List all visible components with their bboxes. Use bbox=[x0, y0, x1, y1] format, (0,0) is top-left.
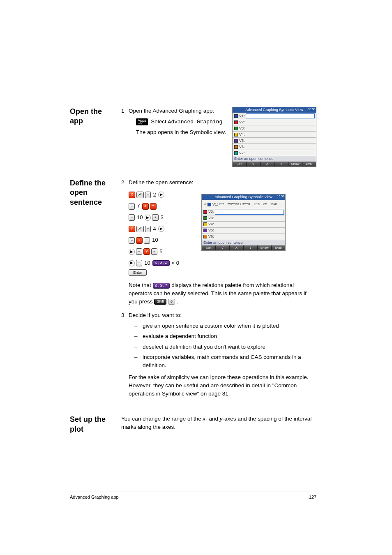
step3-text: Decide if you want to: bbox=[129, 311, 316, 319]
calc-screenshot-2: Advanced Graphing Symbolic View 10:51 ✓ … bbox=[201, 194, 286, 251]
calc1-row-v3: V3: bbox=[233, 125, 316, 131]
key-divide-icon: ÷ bbox=[145, 192, 151, 198]
calc2-titlebar: Advanced Graphing Symbolic View 10:51 bbox=[202, 194, 285, 200]
calc2-row-v4: V4: bbox=[202, 221, 285, 227]
footer-left: Advanced Graphing app bbox=[70, 495, 119, 500]
six-key-icon: 6 bbox=[168, 299, 175, 305]
step-1: 1. Open the Advanced Graphing app: Apps … bbox=[121, 107, 227, 136]
setup-body: You can change the range of the x- and y… bbox=[121, 415, 316, 431]
step1-line1: Open the Advanced Graphing app: bbox=[129, 107, 227, 115]
calc1-titlebar: Advanced Graphing Symbolic View 10:50 bbox=[233, 107, 316, 113]
calc2-row-v1: ✓ V1: X²/2 − 7*X*Y/10 + 3*Y²/4 − X/10 + … bbox=[202, 200, 285, 209]
calc2-row-v2: V2: bbox=[202, 209, 285, 215]
heading-define: Define the open sentence bbox=[70, 178, 115, 207]
key-y: Y bbox=[143, 248, 150, 255]
step3-closing: For the sake of simplicity we can ignore… bbox=[129, 373, 316, 398]
key-y: Y bbox=[129, 226, 135, 232]
page-footer: Advanced Graphing app 127 bbox=[70, 492, 316, 500]
key-divide-icon: ÷ bbox=[151, 248, 157, 255]
apps-key-icon: Apps Info bbox=[136, 118, 148, 125]
section-open-app: Open the app 1. Open the Advanced Graphi… bbox=[70, 107, 316, 167]
calc2-softkeys: Edit√X YShowEval bbox=[202, 245, 285, 250]
calc1-softkeys: Edit√X YShowEval bbox=[233, 162, 316, 166]
key-right-icon: ▶ bbox=[145, 215, 151, 221]
key-divide-icon: ÷ bbox=[129, 214, 135, 221]
calc2-msg: Enter an open sentence bbox=[202, 240, 285, 245]
relations-key-icon: ≤ , ≥ , ≠ bbox=[152, 260, 170, 266]
key-right-icon: ▶ bbox=[158, 226, 164, 232]
section-setup: Set up the plot You can change the range… bbox=[70, 415, 316, 434]
key-minus-icon: − bbox=[129, 237, 135, 244]
step3-sub3: –deselect a definition that you don't wa… bbox=[134, 343, 316, 351]
key-plus-icon: + bbox=[152, 214, 158, 221]
calc-screenshot-1: Advanced Graphing Symbolic View 10:50 V1… bbox=[232, 107, 316, 167]
calc2-row-v6: V6: bbox=[202, 234, 285, 240]
step-2: 2. Define the open sentence: X x² ÷ 2 ▶ bbox=[121, 178, 316, 308]
step3-sub1: –give an open sentence a custom color wh… bbox=[134, 322, 316, 330]
step1-select: Apps Info Select Advanced Graphing bbox=[136, 118, 227, 126]
calc1-row-v4: V4: bbox=[233, 131, 316, 137]
section-define: Define the open sentence 2. Define the o… bbox=[70, 178, 316, 403]
calc1-row-v1: V1: bbox=[233, 113, 316, 119]
calc1-row-v5: V5: bbox=[233, 137, 316, 143]
key-minus-icon: − bbox=[136, 260, 142, 266]
footer-page-number: 127 bbox=[309, 495, 316, 500]
calc1-row-v6: V6: bbox=[233, 143, 316, 150]
key-minus-icon: − bbox=[129, 203, 135, 210]
key-right-icon: ▶ bbox=[129, 260, 135, 266]
calc1-row-v2: V2: bbox=[233, 119, 316, 125]
key-enter: Enter bbox=[129, 269, 147, 276]
shift-key-icon: Shift bbox=[154, 299, 166, 305]
step3-sub4: –incorporate variables, math commands an… bbox=[134, 353, 316, 369]
calc2-row-v3: V3: bbox=[202, 215, 285, 221]
key-sequence: X x² ÷ 2 ▶ − 7 X Y bbox=[129, 190, 196, 278]
key-x: X bbox=[136, 237, 143, 244]
step2-text: Define the open sentence: bbox=[129, 178, 316, 187]
key-right-icon: ▶ bbox=[129, 249, 135, 255]
key-divide-icon: ÷ bbox=[145, 226, 151, 232]
key-x: X bbox=[142, 203, 149, 210]
key-square-icon: x² bbox=[136, 226, 144, 232]
calc2-row-v5: V5: bbox=[202, 227, 285, 234]
relations-note: Note that ≤ , ≥ , ≠ displays the relatio… bbox=[129, 281, 316, 305]
relations-key-icon: ≤ , ≥ , ≠ bbox=[153, 283, 170, 289]
key-plus-icon: + bbox=[136, 248, 142, 255]
step3-sub2: –evaluate a dependent function bbox=[134, 332, 316, 340]
key-x: X bbox=[129, 192, 135, 198]
heading-setup: Set up the plot bbox=[70, 415, 115, 434]
calc1-row-v7: V7: bbox=[233, 150, 316, 156]
key-right-icon: ▶ bbox=[158, 192, 164, 198]
heading-open-app: Open the app bbox=[70, 107, 115, 126]
step1-line2: The app opens in the Symbolic view. bbox=[136, 128, 227, 136]
key-y: Y bbox=[150, 203, 157, 210]
key-divide-icon: ÷ bbox=[144, 237, 150, 244]
key-square-icon: x² bbox=[136, 192, 144, 198]
calc1-msg: Enter an open sentence bbox=[233, 156, 316, 162]
step-3: 3. Decide if you want to: –give an open … bbox=[121, 311, 316, 400]
